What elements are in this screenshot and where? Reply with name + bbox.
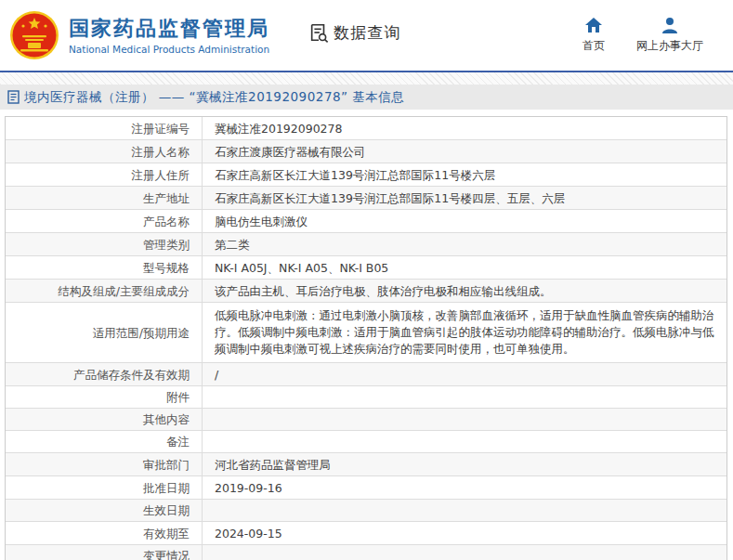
row-label: 型号规格 bbox=[6, 256, 203, 279]
org-name-en: National Medical Products Administration bbox=[69, 44, 269, 55]
hatch-background bbox=[0, 72, 733, 85]
row-value: 第二类 bbox=[203, 233, 726, 255]
row-value: 2024-09-15 bbox=[203, 522, 726, 544]
data-query-section[interactable]: 数据查询 bbox=[308, 22, 400, 44]
row-value: 石家庄渡康医疗器械有限公司 bbox=[203, 140, 726, 163]
row-label: 有效期至 bbox=[6, 522, 203, 544]
row-value: 石家庄高新区长江大道139号润江总部国际11号楼四层、五层、六层 bbox=[203, 187, 726, 209]
table-row: 生产地址石家庄高新区长江大道139号润江总部国际11号楼四层、五层、六层 bbox=[6, 187, 726, 210]
row-label: 适用范围/预期用途 bbox=[6, 303, 203, 362]
table-row: 注册人名称石家庄渡康医疗器械有限公司 bbox=[6, 140, 726, 163]
row-value: 脑电仿生电刺激仪 bbox=[203, 210, 726, 232]
row-value: 石家庄高新区长江大道139号润江总部国际11号楼六层 bbox=[203, 163, 726, 186]
row-label: 其他内容 bbox=[6, 409, 203, 430]
org-name-zh: 国家药品监督管理局 bbox=[69, 17, 269, 41]
table-row: 适用范围/预期用途低频电脉冲电刺激：通过电刺激小脑顶核，改善脑部血液循环，适用于… bbox=[6, 303, 726, 363]
row-value: 低频电脉冲电刺激：通过电刺激小脑顶核，改善脑部血液循环，适用于缺血性脑血管疾病的… bbox=[203, 303, 726, 362]
row-label: 附件 bbox=[6, 386, 203, 408]
table-row: 管理类别第二类 bbox=[6, 233, 726, 256]
site-header: 国家药品监督管理局 National Medical Products Admi… bbox=[0, 0, 733, 71]
nav-item-label: 网上办事大厅 bbox=[636, 38, 703, 54]
user-icon bbox=[661, 17, 679, 33]
data-query-label: 数据查询 bbox=[334, 22, 400, 44]
row-label: 产品名称 bbox=[6, 210, 203, 232]
table-row: 注册人住所石家庄高新区长江大道139号润江总部国际11号楼六层 bbox=[6, 163, 726, 187]
row-label: 产品储存条件及有效期 bbox=[6, 363, 203, 385]
info-table: 注册证编号冀械注准20192090278注册人名称石家庄渡康医疗器械有限公司注册… bbox=[5, 116, 727, 560]
row-label: 审批部门 bbox=[6, 453, 203, 475]
document-icon bbox=[7, 90, 20, 104]
row-label: 结构及组成/主要组成成分 bbox=[6, 280, 203, 302]
top-nav: 首页 网上办事大厅 bbox=[582, 17, 707, 54]
row-value: 冀械注准20192090278 bbox=[203, 117, 726, 139]
row-value: 河北省药品监督管理局 bbox=[203, 453, 726, 475]
table-row: 变更情况 bbox=[6, 545, 726, 560]
row-value bbox=[203, 431, 726, 452]
row-value: / bbox=[203, 363, 726, 385]
table-row: 注册证编号冀械注准20192090278 bbox=[6, 117, 726, 140]
table-row: 产品名称脑电仿生电刺激仪 bbox=[6, 210, 726, 233]
table-row: 结构及组成/主要组成成分该产品由主机、耳后治疗电极、肢体治疗电极和相应输出线组成… bbox=[6, 280, 726, 303]
nav-item-home[interactable]: 首页 bbox=[582, 17, 605, 54]
org-titles: 国家药品监督管理局 National Medical Products Admi… bbox=[69, 17, 269, 55]
table-row: 生效日期 bbox=[6, 500, 726, 522]
row-label: 管理类别 bbox=[6, 233, 203, 255]
national-emblem-icon bbox=[9, 10, 59, 60]
data-query-icon bbox=[308, 22, 329, 43]
table-row: 其他内容 bbox=[6, 409, 726, 431]
table-wrap: 注册证编号冀械注准20192090278注册人名称石家庄渡康医疗器械有限公司注册… bbox=[0, 110, 733, 560]
row-value: 该产品由主机、耳后治疗电极、肢体治疗电极和相应输出线组成。 bbox=[203, 280, 726, 302]
table-row: 备注 bbox=[6, 431, 726, 453]
row-value bbox=[203, 545, 726, 560]
row-label: 生效日期 bbox=[6, 500, 203, 521]
page-title: 境内医疗器械（注册） —— “冀械注准20192090278” 基本信息 bbox=[24, 89, 404, 106]
table-row: 型号规格NK-I A05J、NK-I A05、NK-I B05 bbox=[6, 256, 726, 280]
nav-item-label: 首页 bbox=[582, 38, 605, 54]
nav-item-service-hall[interactable]: 网上办事大厅 bbox=[636, 17, 703, 54]
row-label: 变更情况 bbox=[6, 545, 203, 560]
row-label: 批准日期 bbox=[6, 476, 203, 499]
table-row: 批准日期2019-09-16 bbox=[6, 476, 726, 500]
table-row: 审批部门河北省药品监督管理局 bbox=[6, 453, 726, 476]
row-label: 注册人名称 bbox=[6, 140, 203, 163]
row-label: 备注 bbox=[6, 431, 203, 452]
row-value bbox=[203, 409, 726, 430]
table-row: 产品储存条件及有效期/ bbox=[6, 363, 726, 386]
table-row: 附件 bbox=[6, 386, 726, 409]
row-value bbox=[203, 386, 726, 408]
table-row: 有效期至2024-09-15 bbox=[6, 522, 726, 545]
row-value bbox=[203, 500, 726, 521]
site-logo: 国家药品监督管理局 National Medical Products Admi… bbox=[9, 10, 269, 60]
row-label: 生产地址 bbox=[6, 187, 203, 209]
home-icon bbox=[584, 17, 603, 33]
row-value: 2019-09-16 bbox=[203, 476, 726, 499]
row-label: 注册人住所 bbox=[6, 163, 203, 186]
breadcrumb-bar: 境内医疗器械（注册） —— “冀械注准20192090278” 基本信息 bbox=[0, 85, 733, 110]
row-value: NK-I A05J、NK-I A05、NK-I B05 bbox=[203, 256, 726, 279]
row-label: 注册证编号 bbox=[6, 117, 203, 139]
